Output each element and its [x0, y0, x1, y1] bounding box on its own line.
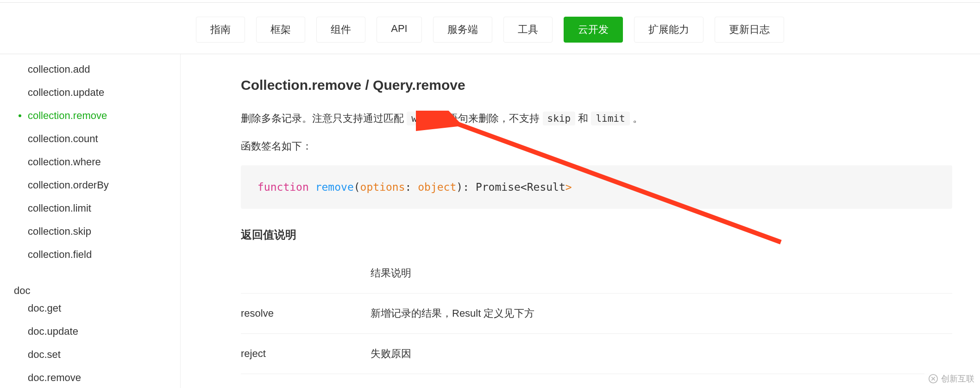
- code-fn-name: remove: [315, 181, 354, 193]
- nav-changelog[interactable]: 更新日志: [715, 17, 784, 43]
- desc-text-4: 。: [633, 113, 643, 124]
- code-ret-inner: Result: [527, 181, 565, 193]
- return-title: 返回值说明: [241, 227, 952, 242]
- code-limit: limit: [591, 112, 629, 125]
- sidebar-item-doc-update[interactable]: doc.update: [0, 320, 180, 343]
- row1-desc: 失败原因: [371, 334, 952, 374]
- table-header-row: 结果说明: [241, 253, 952, 294]
- watermark-logo-icon: [928, 374, 938, 384]
- return-table: 结果说明 resolve 新增记录的结果，Result 定义见下方 reject…: [241, 253, 952, 374]
- nav-api[interactable]: API: [377, 17, 421, 43]
- top-nav: 指南 框架 组件 API 服务端 工具 云开发 扩展能力 更新日志: [0, 3, 980, 54]
- sidebar-item-collection-orderby[interactable]: collection.orderBy: [0, 174, 180, 197]
- sidebar-item-doc-set[interactable]: doc.set: [0, 343, 180, 366]
- sidebar-item-collection-skip[interactable]: collection.skip: [0, 220, 180, 243]
- nav-component[interactable]: 组件: [316, 17, 365, 43]
- code-gt: >: [565, 181, 572, 193]
- description: 删除多条记录。注意只支持通过匹配 where 语句来删除，不支持 skip 和 …: [241, 109, 952, 128]
- row0-desc: 新增记录的结果，Result 定义见下方: [371, 294, 952, 334]
- nav-framework[interactable]: 框架: [256, 17, 305, 43]
- sidebar: collection.add collection.update collect…: [0, 54, 181, 388]
- sidebar-item-doc-remove[interactable]: doc.remove: [0, 366, 180, 388]
- sidebar-item-collection-where[interactable]: collection.where: [0, 150, 180, 174]
- watermark-text: 创新互联: [941, 373, 974, 384]
- sidebar-item-collection-limit[interactable]: collection.limit: [0, 197, 180, 220]
- code-skip: skip: [543, 112, 576, 125]
- table-header-desc: 结果说明: [371, 253, 952, 294]
- code-where: where: [407, 112, 445, 125]
- sidebar-item-collection-add[interactable]: collection.add: [0, 58, 180, 81]
- sidebar-item-collection-field[interactable]: collection.field: [0, 243, 180, 266]
- code-ret-sep: :: [463, 181, 476, 193]
- signature-label: 函数签名如下：: [241, 137, 952, 156]
- code-param-name: options: [360, 181, 405, 193]
- table-header-name: [241, 253, 371, 294]
- desc-text-2: 语句来删除，不支持: [448, 113, 542, 124]
- content: Collection.remove / Query.remove 删除多条记录。…: [181, 54, 980, 388]
- nav-cloud[interactable]: 云开发: [564, 17, 623, 43]
- code-param-type: object: [418, 181, 456, 193]
- sidebar-group-doc[interactable]: doc: [0, 285, 180, 297]
- sidebar-item-doc-get[interactable]: doc.get: [0, 297, 180, 320]
- code-rparen: ): [456, 181, 463, 193]
- table-row: resolve 新增记录的结果，Result 定义见下方: [241, 294, 952, 334]
- code-colon: :: [405, 181, 418, 193]
- code-block: function remove(options: object): Promis…: [241, 165, 952, 209]
- desc-text-3: 和: [578, 113, 591, 124]
- row1-name: reject: [241, 334, 371, 374]
- code-ret-type: Promise: [476, 181, 521, 193]
- code-lt: <: [521, 181, 527, 193]
- nav-extend[interactable]: 扩展能力: [634, 17, 704, 43]
- nav-server[interactable]: 服务端: [433, 17, 492, 43]
- page-title: Collection.remove / Query.remove: [241, 77, 952, 93]
- code-kw-function: function: [258, 181, 309, 193]
- sidebar-item-collection-count[interactable]: collection.count: [0, 127, 180, 150]
- sidebar-item-collection-remove[interactable]: collection.remove: [0, 104, 180, 127]
- watermark: 创新互联: [924, 371, 978, 386]
- row0-name: resolve: [241, 294, 371, 334]
- nav-guide[interactable]: 指南: [196, 17, 245, 43]
- desc-text-1: 删除多条记录。注意只支持通过匹配: [241, 113, 407, 124]
- nav-tools[interactable]: 工具: [503, 17, 553, 43]
- page-body: collection.add collection.update collect…: [0, 54, 980, 388]
- sidebar-item-collection-update[interactable]: collection.update: [0, 81, 180, 104]
- table-row: reject 失败原因: [241, 334, 952, 374]
- code-lparen: (: [354, 181, 360, 193]
